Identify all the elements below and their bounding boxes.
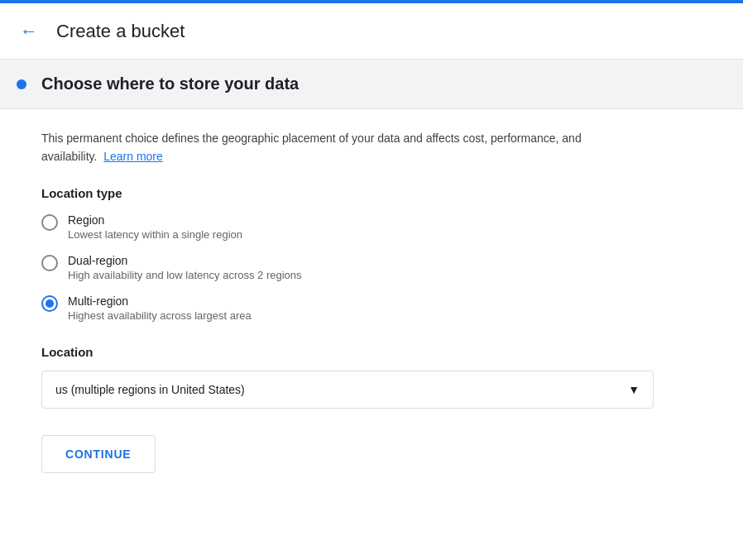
radio-text-multi-region: Multi-region Highest availability across… xyxy=(68,294,252,322)
radio-text-dual-region: Dual-region High availability and low la… xyxy=(68,254,302,281)
radio-circle-region xyxy=(41,214,58,231)
section-title: Choose where to store your data xyxy=(41,74,299,93)
main-content: This permanent choice defines the geogra… xyxy=(0,109,743,493)
radio-circle-multi-region xyxy=(41,295,58,312)
learn-more-link[interactable]: Learn more xyxy=(103,150,163,163)
radio-desc-dual-region: High availability and low latency across… xyxy=(68,269,302,281)
radio-option-dual-region[interactable]: Dual-region High availability and low la… xyxy=(41,254,717,281)
page-header: ← Create a bucket xyxy=(0,3,743,60)
page-title: Create a bucket xyxy=(56,21,185,42)
radio-desc-region: Lowest latency within a single region xyxy=(68,228,242,241)
location-value: us (multiple regions in United States) xyxy=(55,383,245,396)
description-text: This permanent choice defines the geogra… xyxy=(41,129,637,166)
section-header: Choose where to store your data xyxy=(0,60,743,109)
dropdown-arrow-icon: ▼ xyxy=(628,383,640,396)
location-dropdown[interactable]: us (multiple regions in United States) ▼ xyxy=(41,371,654,409)
radio-circle-dual-region xyxy=(41,255,58,271)
location-title: Location xyxy=(41,345,717,359)
radio-label-multi-region: Multi-region xyxy=(68,294,252,308)
location-type-title: Location type xyxy=(41,186,717,200)
radio-label-dual-region: Dual-region xyxy=(68,254,302,267)
radio-inner-multi-region xyxy=(46,299,54,308)
radio-desc-multi-region: Highest availability across largest area xyxy=(68,309,252,322)
continue-button[interactable]: CONTINUE xyxy=(41,435,156,473)
radio-text-region: Region Lowest latency within a single re… xyxy=(68,213,242,241)
radio-option-region[interactable]: Region Lowest latency within a single re… xyxy=(41,213,717,241)
step-dot xyxy=(17,79,26,89)
radio-label-region: Region xyxy=(68,213,242,227)
radio-group-location-type: Region Lowest latency within a single re… xyxy=(41,213,717,322)
back-button[interactable]: ← xyxy=(17,17,41,45)
radio-option-multi-region[interactable]: Multi-region Highest availability across… xyxy=(41,294,717,322)
